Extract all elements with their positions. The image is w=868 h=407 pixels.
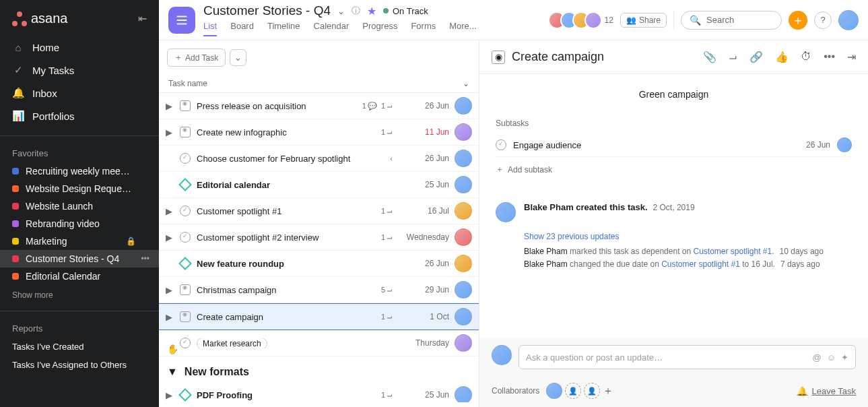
complete-circle-icon[interactable] bbox=[179, 152, 191, 164]
tab-timeline[interactable]: Timeline bbox=[267, 21, 300, 36]
complete-circle-icon[interactable] bbox=[179, 337, 191, 349]
assignee-avatar[interactable] bbox=[455, 97, 472, 115]
expand-icon[interactable]: ▶ bbox=[166, 101, 174, 111]
task-row[interactable]: ▶ Customer spotlight #1 1 16 Jul bbox=[159, 198, 479, 224]
star-icon[interactable]: ★ bbox=[367, 5, 376, 18]
assignee-avatar[interactable] bbox=[455, 202, 472, 220]
complete-circle-icon[interactable] bbox=[179, 231, 191, 243]
tab-calendar[interactable]: Calendar bbox=[314, 21, 349, 36]
report-tasks-assigned[interactable]: Tasks I've Assigned to Others bbox=[0, 356, 159, 374]
expand-icon[interactable]: ▶ bbox=[166, 232, 174, 243]
expand-icon[interactable]: ▶ bbox=[166, 312, 174, 322]
emoji-icon[interactable]: ☺ bbox=[827, 352, 836, 363]
task-row-selected[interactable]: ▶ Create campaign 1 1 Oct bbox=[159, 303, 479, 330]
expand-icon[interactable]: ▶ bbox=[166, 206, 174, 216]
assignee-avatar[interactable] bbox=[455, 308, 472, 325]
timer-icon[interactable]: ⏱ bbox=[801, 51, 811, 63]
star-icon[interactable]: ✦ bbox=[841, 352, 848, 363]
favorite-recruiting[interactable]: Recruiting weekly mee… bbox=[0, 162, 159, 180]
mention-icon[interactable]: @ bbox=[813, 352, 822, 363]
tab-forms[interactable]: Forms bbox=[411, 21, 436, 36]
assignee-avatar[interactable] bbox=[455, 123, 472, 141]
detail-title[interactable]: Create campaign bbox=[512, 50, 703, 64]
task-link[interactable]: Customer spotlight #1 bbox=[661, 259, 740, 269]
section-header[interactable]: ▼ New formats bbox=[159, 356, 479, 382]
task-row[interactable]: ▶ Create new infographic 1 11 Jun bbox=[159, 119, 479, 146]
subtask-icon[interactable] bbox=[729, 51, 737, 63]
like-icon[interactable]: 👍 bbox=[775, 51, 789, 63]
expand-icon[interactable]: ▶ bbox=[166, 390, 174, 400]
favorite-marketing[interactable]: Marketing🔒 bbox=[0, 232, 159, 250]
add-task-button[interactable]: ＋Add Task bbox=[167, 49, 226, 67]
milestone-row[interactable]: ▶ PDF Proofing 1 25 Jun bbox=[159, 382, 479, 402]
task-row[interactable]: ▶ Customer spotlight #2 interview 1 Wedn… bbox=[159, 224, 479, 251]
favorite-editorial[interactable]: Editorial Calendar bbox=[0, 268, 159, 285]
milestone-icon[interactable] bbox=[179, 389, 191, 401]
assignee-avatar[interactable] bbox=[455, 386, 472, 402]
task-description[interactable]: Green campaign bbox=[496, 89, 852, 100]
task-row[interactable]: ▶ Press release on acquisition 1💬1 26 Ju… bbox=[159, 93, 479, 119]
close-pane-icon[interactable]: ⇥ bbox=[847, 51, 856, 63]
approval-icon[interactable] bbox=[179, 284, 191, 296]
nav-home[interactable]: ⌂Home bbox=[0, 36, 159, 59]
collapse-section-icon[interactable]: ▼ bbox=[167, 366, 178, 378]
complete-circle-icon[interactable] bbox=[179, 205, 191, 217]
info-icon[interactable]: ⓘ bbox=[352, 5, 360, 17]
task-row[interactable]: ▶ Market research Thursday bbox=[159, 330, 479, 356]
assignee-avatar[interactable] bbox=[837, 137, 852, 152]
milestone-row[interactable]: ▶ Editorial calendar 25 Jun bbox=[159, 172, 479, 198]
nav-inbox[interactable]: 🔔Inbox bbox=[0, 82, 159, 104]
tab-board[interactable]: Board bbox=[230, 21, 254, 36]
assignee-avatar[interactable] bbox=[455, 334, 472, 352]
help-button[interactable]: ? bbox=[814, 11, 832, 29]
assignee-avatar[interactable] bbox=[455, 255, 472, 272]
nav-my-tasks[interactable]: ✓My Tasks bbox=[0, 59, 159, 82]
status-pill[interactable]: On Track bbox=[383, 6, 428, 16]
task-row[interactable]: ▶ Christmas campaign 5 29 Jun bbox=[159, 277, 479, 303]
share-button[interactable]: 👥Share bbox=[620, 13, 667, 28]
tab-progress[interactable]: Progress bbox=[362, 21, 397, 36]
chevron-down-icon[interactable]: ⌄ bbox=[337, 6, 345, 16]
favorite-website-launch[interactable]: Website Launch bbox=[0, 197, 159, 215]
subtask-row[interactable]: Engage audience 26 Jun bbox=[496, 133, 852, 157]
project-title[interactable]: Customer Stories - Q4 bbox=[203, 3, 331, 18]
collapse-sidebar-icon[interactable]: ⇤ bbox=[138, 12, 147, 25]
show-more-link[interactable]: Show more bbox=[0, 285, 159, 305]
complete-circle-icon[interactable] bbox=[496, 139, 506, 150]
task-link[interactable]: Customer spotlight #1 bbox=[693, 247, 772, 256]
attachment-icon[interactable]: 📎 bbox=[703, 51, 716, 63]
collaborator-avatar[interactable] bbox=[546, 383, 562, 399]
milestone-icon[interactable] bbox=[179, 257, 191, 270]
chevron-down-icon[interactable]: ⌄ bbox=[463, 79, 469, 88]
logo[interactable]: asana bbox=[12, 11, 68, 26]
approval-icon[interactable] bbox=[179, 311, 191, 323]
link-icon[interactable]: 🔗 bbox=[749, 51, 763, 63]
report-tasks-created[interactable]: Tasks I've Created bbox=[0, 338, 159, 356]
assignee-avatar[interactable] bbox=[455, 150, 472, 167]
add-collaborator-placeholder[interactable]: 👤 bbox=[584, 383, 600, 399]
add-subtask-button[interactable]: ＋Add subtask bbox=[496, 157, 852, 189]
add-collaborator-placeholder[interactable]: 👤 bbox=[565, 383, 581, 399]
task-row[interactable]: ▶ Choose customer for February spotlight… bbox=[159, 146, 479, 172]
assignee-avatar[interactable] bbox=[455, 176, 472, 193]
show-previous-link[interactable]: Show 23 previous updates bbox=[524, 232, 852, 241]
tab-more[interactable]: More... bbox=[449, 21, 476, 36]
project-list-icon[interactable] bbox=[168, 7, 195, 34]
approval-icon[interactable] bbox=[179, 126, 191, 138]
add-collaborator-button[interactable]: ＋ bbox=[603, 384, 613, 398]
leave-task-button[interactable]: 🔔Leave Task bbox=[797, 386, 856, 396]
approval-icon[interactable]: ◉ bbox=[492, 51, 505, 64]
milestone-icon[interactable] bbox=[179, 179, 191, 191]
tab-list[interactable]: List bbox=[203, 21, 217, 36]
expand-icon[interactable]: ▶ bbox=[166, 127, 174, 137]
more-icon[interactable]: ••• bbox=[824, 51, 835, 63]
expand-icon[interactable]: ▶ bbox=[166, 285, 174, 295]
favorite-customer-stories[interactable]: Customer Stories - Q4••• bbox=[0, 250, 159, 268]
more-icon[interactable]: ••• bbox=[141, 254, 149, 263]
assignee-avatar[interactable] bbox=[455, 281, 472, 299]
milestone-row[interactable]: ▶ New feature roundup 26 Jun bbox=[159, 251, 479, 277]
approval-icon[interactable] bbox=[179, 100, 191, 112]
nav-portfolios[interactable]: 📊Portfolios bbox=[0, 104, 159, 127]
add-task-dropdown[interactable]: ⌄ bbox=[230, 49, 246, 66]
comment-input[interactable]: Ask a question or post an update… @☺✦ bbox=[519, 345, 856, 369]
